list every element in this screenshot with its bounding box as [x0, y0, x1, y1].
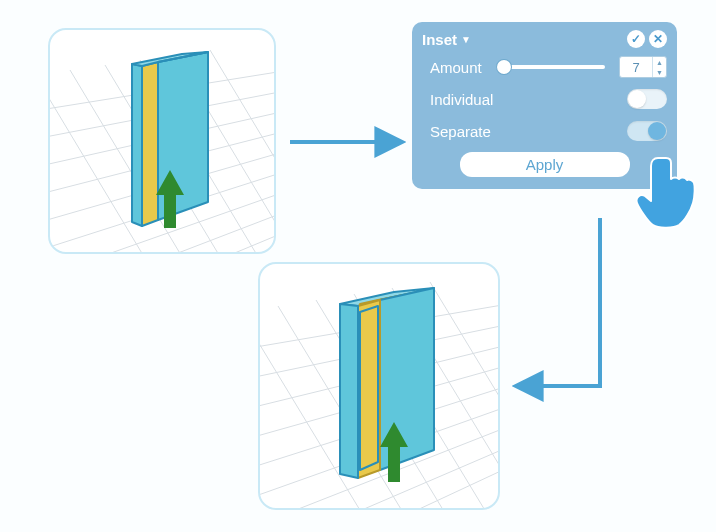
panel-title-label: Inset	[422, 31, 457, 48]
dropdown-icon: ▼	[461, 34, 471, 45]
separate-label: Separate	[422, 123, 491, 140]
separate-row: Separate	[422, 118, 667, 144]
apply-label: Apply	[526, 156, 564, 173]
amount-row: Amount 7 ▲ ▼	[422, 54, 667, 80]
svg-marker-14	[340, 304, 358, 478]
separate-toggle[interactable]	[627, 121, 667, 141]
cursor-hand-icon	[636, 152, 706, 232]
svg-marker-1	[142, 62, 158, 226]
close-icon[interactable]: ✕	[649, 30, 667, 48]
panel-title-toggle[interactable]: Inset ▼	[422, 31, 471, 48]
individual-label: Individual	[422, 91, 493, 108]
panel-header: Inset ▼ ✓ ✕	[422, 30, 667, 48]
individual-toggle[interactable]	[627, 89, 667, 109]
scene-before	[50, 30, 276, 254]
confirm-icon[interactable]: ✓	[627, 30, 645, 48]
amount-spinner[interactable]: 7 ▲ ▼	[619, 56, 667, 78]
spinner-up-icon[interactable]: ▲	[653, 57, 666, 67]
spinner-down-icon[interactable]: ▼	[653, 67, 666, 77]
flow-arrow-step2	[518, 218, 600, 386]
scene-after	[260, 264, 500, 510]
amount-slider[interactable]	[496, 65, 605, 69]
amount-label: Amount	[422, 59, 482, 76]
viewport-after	[258, 262, 500, 510]
apply-button[interactable]: Apply	[460, 152, 630, 177]
svg-marker-12	[358, 300, 380, 478]
individual-row: Individual	[422, 86, 667, 112]
amount-value: 7	[620, 57, 652, 77]
viewport-before	[48, 28, 276, 254]
svg-marker-2	[132, 64, 142, 226]
